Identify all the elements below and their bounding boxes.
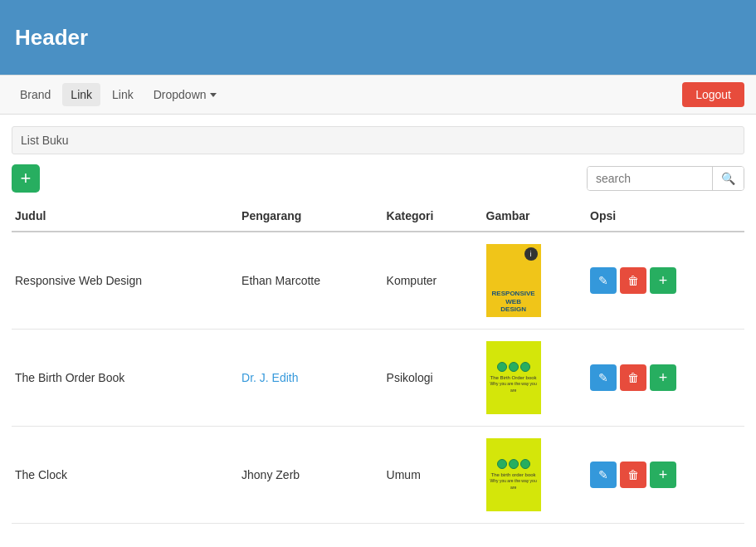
header-bar: Header: [0, 0, 756, 75]
cell-gambar: The Birth Order book Why you are the way…: [483, 330, 587, 427]
navbar: Brand Link Link Dropdown Logout: [0, 75, 756, 115]
section-title: List Buku: [12, 126, 744, 154]
cell-kategori: Umum: [383, 427, 483, 524]
action-buttons: ✎ 🗑 +: [590, 364, 741, 391]
book-cover-clock: The birth order book Why you are the way…: [486, 438, 541, 511]
add-row-button[interactable]: +: [650, 267, 676, 294]
cell-opsi: ✎ 🗑 +: [587, 330, 744, 427]
add-row-button[interactable]: +: [650, 364, 676, 391]
plus-row-icon: +: [659, 369, 668, 387]
col-pengarang: Pengarang: [238, 201, 383, 232]
books-table: Judul Pengarang Kategori Gambar Opsi Res…: [12, 201, 744, 524]
col-kategori: Kategori: [383, 201, 483, 232]
content-area: List Buku + 🔍 Judul Pengarang Kategori G…: [0, 115, 756, 535]
book-cover-responsive: i RESPONSIVEWEBDESIGN: [486, 244, 541, 317]
edit-button[interactable]: ✎: [590, 462, 617, 488]
delete-button[interactable]: 🗑: [620, 462, 646, 488]
col-gambar: Gambar: [483, 201, 587, 232]
col-judul: Judul: [12, 201, 238, 232]
cell-pengarang: Ethan Marcotte: [238, 232, 383, 330]
edit-icon: ✎: [598, 274, 608, 287]
cell-judul: The Birth Order Book: [12, 330, 238, 427]
cell-gambar: i RESPONSIVEWEBDESIGN: [483, 232, 587, 330]
cell-kategori: Psikologi: [383, 330, 483, 427]
plus-row-icon: +: [659, 466, 668, 484]
edit-button[interactable]: ✎: [590, 364, 617, 391]
cell-opsi: ✎ 🗑 +: [587, 232, 744, 330]
table-row: Responsive Web Design Ethan Marcotte Kom…: [12, 232, 744, 330]
book-cover-birth: The Birth Order book Why you are the way…: [486, 341, 541, 414]
header-title: Header: [15, 25, 88, 51]
navbar-left: Brand Link Link Dropdown: [12, 83, 225, 106]
cell-judul: The Clock: [12, 427, 238, 524]
cell-pengarang: Dr. J. Edith: [238, 330, 383, 427]
cell-opsi: ✎ 🗑 +: [587, 427, 744, 524]
search-box: 🔍: [587, 166, 744, 191]
action-buttons: ✎ 🗑 +: [590, 267, 741, 294]
plus-icon: +: [21, 169, 32, 188]
action-buttons: ✎ 🗑 +: [590, 462, 741, 488]
delete-button[interactable]: 🗑: [620, 364, 646, 391]
nav-link-2[interactable]: Link: [104, 83, 142, 106]
cell-pengarang: Jhony Zerb: [238, 427, 383, 524]
plus-row-icon: +: [659, 272, 668, 290]
nav-dropdown[interactable]: Dropdown: [145, 83, 225, 106]
trash-icon: 🗑: [627, 371, 639, 384]
toolbar: + 🔍: [12, 164, 744, 193]
cell-gambar: The birth order book Why you are the way…: [483, 427, 587, 524]
nav-brand[interactable]: Brand: [12, 83, 59, 106]
delete-button[interactable]: 🗑: [620, 267, 646, 294]
cell-judul: Responsive Web Design: [12, 232, 238, 330]
search-icon: 🔍: [721, 172, 735, 185]
edit-icon: ✎: [598, 468, 608, 481]
search-button[interactable]: 🔍: [712, 167, 744, 190]
edit-icon: ✎: [598, 371, 608, 384]
search-input[interactable]: [588, 167, 712, 190]
edit-button[interactable]: ✎: [590, 267, 617, 294]
table-row: The Birth Order Book Dr. J. Edith Psikol…: [12, 330, 744, 427]
book-badge: i: [524, 247, 538, 261]
add-book-button[interactable]: +: [12, 164, 40, 193]
table-row: The Clock Jhony Zerb Umum The birth orde…: [12, 427, 744, 524]
chevron-down-icon: [210, 93, 217, 97]
col-opsi: Opsi: [587, 201, 744, 232]
table-header-row: Judul Pengarang Kategori Gambar Opsi: [12, 201, 744, 232]
add-row-button[interactable]: +: [650, 462, 676, 488]
trash-icon: 🗑: [627, 468, 639, 481]
logout-button[interactable]: Logout: [682, 82, 744, 107]
trash-icon: 🗑: [627, 274, 639, 287]
nav-link-1[interactable]: Link: [62, 83, 100, 106]
cell-kategori: Komputer: [383, 232, 483, 330]
